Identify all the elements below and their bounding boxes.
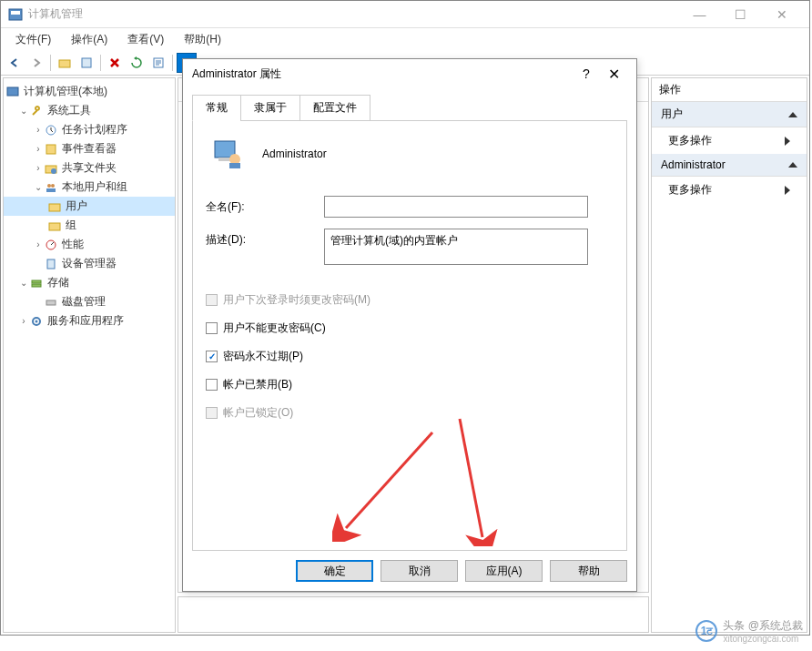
tree-local-users-groups[interactable]: ⌄ 本地用户和组 — [4, 178, 175, 197]
check-label: 用户不能更改密码(C) — [223, 320, 326, 336]
dialog-close-button[interactable]: ✕ — [600, 66, 627, 83]
checkbox-icon — [206, 294, 218, 306]
menubar: 文件(F) 操作(A) 查看(V) 帮助(H) — [1, 28, 809, 50]
svg-rect-19 — [32, 280, 41, 283]
tree-device-manager[interactable]: 设备管理器 — [4, 254, 175, 273]
actions-section-admin[interactable]: Administrator — [652, 154, 807, 177]
storage-icon — [29, 276, 44, 290]
fullname-input[interactable] — [324, 196, 588, 218]
tree-performance[interactable]: › 性能 — [4, 235, 175, 254]
dialog-titlebar[interactable]: Administrator 属性 ? ✕ — [183, 59, 636, 88]
tab-profile[interactable]: 配置文件 — [299, 95, 370, 121]
check-locked: 帐户已锁定(O) — [206, 405, 614, 421]
tree-task-scheduler[interactable]: › 任务计划程序 — [4, 120, 175, 139]
back-button[interactable] — [5, 53, 25, 73]
minimize-button[interactable]: — — [679, 2, 720, 27]
refresh-button[interactable] — [127, 53, 147, 73]
tree-label: 服务和应用程序 — [47, 313, 124, 329]
expander-icon[interactable]: ⌄ — [33, 182, 44, 192]
tree-storage[interactable]: ⌄ 存储 — [4, 273, 175, 292]
menu-help[interactable]: 帮助(H) — [175, 29, 230, 50]
clock-icon — [44, 123, 58, 137]
tree-event-viewer[interactable]: › 事件查看器 — [4, 139, 175, 158]
tree-disk-management[interactable]: 磁盘管理 — [4, 292, 175, 311]
dialog-help-button[interactable]: ? — [573, 66, 600, 81]
cancel-button[interactable]: 取消 — [381, 560, 458, 582]
check-label: 密码永不过期(P) — [223, 349, 303, 364]
svg-rect-25 — [218, 158, 231, 161]
perf-icon — [44, 238, 58, 252]
properties-dialog: Administrator 属性 ? ✕ 常规 隶属于 配置文件 Adminis… — [182, 58, 637, 592]
tree-label: 存储 — [47, 275, 69, 290]
expander-icon[interactable]: › — [18, 316, 29, 326]
event-icon — [44, 142, 58, 157]
forward-button[interactable] — [26, 53, 46, 73]
titlebar: 计算机管理 — ☐ ✕ — [1, 1, 809, 28]
share-icon — [44, 161, 58, 176]
tree-label: 本地用户和组 — [62, 179, 127, 195]
properties-button[interactable] — [76, 53, 96, 73]
disk-icon — [44, 295, 58, 310]
actions-more-admin[interactable]: 更多操作 — [652, 177, 807, 203]
app-icon — [8, 7, 23, 22]
check-never-expires[interactable]: 密码永不过期(P) — [206, 349, 614, 364]
services-icon — [29, 314, 44, 329]
close-button[interactable]: ✕ — [761, 2, 802, 27]
expander-icon[interactable]: › — [33, 125, 44, 135]
check-cannot-change[interactable]: 用户不能更改密码(C) — [206, 320, 614, 336]
watermark-text: 头条 @系统总裁 — [723, 618, 803, 634]
menu-action[interactable]: 操作(A) — [62, 29, 117, 50]
checkbox-icon[interactable] — [206, 351, 218, 362]
svg-point-13 — [51, 184, 55, 188]
actions-more-user[interactable]: 更多操作 — [652, 127, 807, 154]
description-input[interactable]: 管理计算机(域)的内置帐户 — [324, 229, 588, 265]
tree-groups[interactable]: 组 — [4, 216, 175, 235]
tree-shared-folders[interactable]: › 共享文件夹 — [4, 158, 175, 178]
menu-file[interactable]: 文件(F) — [6, 29, 60, 50]
export-button[interactable] — [148, 53, 168, 73]
svg-rect-21 — [46, 300, 56, 305]
user-icon — [211, 137, 244, 170]
fullname-label: 全名(F): — [206, 196, 324, 215]
window-controls: — ☐ ✕ — [679, 2, 802, 27]
folder-button[interactable] — [55, 53, 75, 73]
tree-system-tools[interactable]: ⌄ 系统工具 — [4, 101, 175, 120]
tree-services-apps[interactable]: › 服务和应用程序 — [4, 311, 175, 331]
user-header: Administrator — [206, 137, 614, 170]
folder-icon — [47, 219, 62, 233]
separator — [100, 55, 101, 71]
tree-users[interactable]: 用户 — [4, 197, 175, 216]
svg-rect-14 — [46, 188, 56, 192]
apply-button[interactable]: 应用(A) — [465, 560, 543, 582]
expander-icon[interactable]: › — [33, 239, 44, 249]
expander-icon[interactable]: ⌄ — [18, 106, 29, 116]
tree-label: 用户 — [66, 198, 87, 214]
tab-member-of[interactable]: 隶属于 — [240, 95, 300, 121]
svg-rect-27 — [229, 163, 240, 168]
maximize-button[interactable]: ☐ — [720, 2, 761, 27]
checkbox-icon[interactable] — [206, 379, 218, 391]
delete-button[interactable] — [105, 53, 125, 73]
tree-label: 任务计划程序 — [62, 122, 127, 137]
expander-icon[interactable]: › — [33, 163, 44, 173]
check-label: 帐户已禁用(B) — [223, 377, 292, 392]
item-label: 更多操作 — [668, 133, 712, 148]
svg-point-11 — [51, 168, 56, 174]
checkbox-icon[interactable] — [206, 322, 218, 334]
computer-icon — [5, 85, 20, 99]
section-label: 用户 — [661, 107, 683, 122]
ok-button[interactable]: 确定 — [296, 560, 373, 582]
actions-section-user[interactable]: 用户 — [652, 102, 807, 127]
tree-panel[interactable]: 计算机管理(本地) ⌄ 系统工具 › 任务计划程序 › 事件查看器 › 共享文件… — [3, 77, 176, 633]
device-icon — [44, 257, 58, 271]
expander-icon[interactable]: ⌄ — [18, 278, 29, 288]
check-disabled[interactable]: 帐户已禁用(B) — [206, 377, 614, 392]
submenu-icon — [785, 137, 790, 146]
tab-general[interactable]: 常规 — [192, 95, 241, 121]
help-button[interactable]: 帮助 — [550, 560, 627, 582]
expander-icon[interactable]: › — [33, 144, 44, 154]
svg-rect-3 — [82, 58, 91, 67]
svg-rect-1 — [11, 11, 20, 15]
tree-root[interactable]: 计算机管理(本地) — [4, 82, 175, 101]
menu-view[interactable]: 查看(V) — [118, 29, 173, 50]
